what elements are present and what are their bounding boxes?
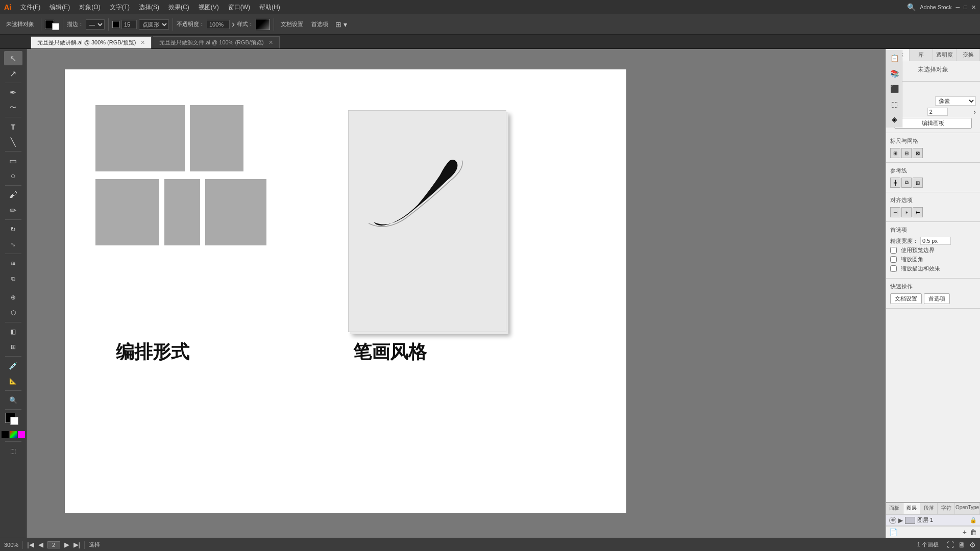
next-page-btn[interactable]: ▶ xyxy=(64,541,69,548)
menu-type[interactable]: 文字(T) xyxy=(106,2,134,13)
menu-file[interactable]: 文件(F) xyxy=(16,2,44,13)
doc-setup-toolbar-btn[interactable]: 文档设置 xyxy=(278,19,306,29)
ruler-icon-1[interactable]: ⊞ xyxy=(890,148,900,158)
fill-none-btn[interactable] xyxy=(2,431,9,438)
stroke-swatch[interactable] xyxy=(10,417,18,425)
menu-select[interactable]: 选择(S) xyxy=(135,2,163,13)
mesh-tool[interactable]: ⊞ xyxy=(4,340,22,354)
properties-panel-icon[interactable]: 📋 xyxy=(887,51,901,65)
library-icon[interactable]: 📚 xyxy=(887,66,901,81)
ref-icon-2[interactable]: ⧉ xyxy=(901,178,912,188)
ellipse-tool[interactable]: ○ xyxy=(4,169,22,183)
artboard-tool[interactable]: ⬚ xyxy=(4,444,22,458)
preview-edges-checkbox[interactable] xyxy=(890,247,897,254)
scale-corners-checkbox[interactable] xyxy=(890,256,897,263)
arrange-icon[interactable]: ⊞ xyxy=(335,20,341,29)
tab-doc2-close[interactable]: ✕ xyxy=(268,39,273,45)
style-preview[interactable] xyxy=(256,19,270,30)
pencil-tool[interactable]: ✏ xyxy=(4,203,22,217)
shape-builder-tool[interactable]: ⊕ xyxy=(4,290,22,305)
bbar-settings-btn[interactable]: ⚙ xyxy=(969,541,976,549)
maximize-btn[interactable]: □ xyxy=(964,4,967,10)
eyedropper-tool[interactable]: 💉 xyxy=(4,359,22,373)
align-icon-3[interactable]: ⊢ xyxy=(913,207,923,217)
symbols-icon[interactable]: ◈ xyxy=(887,112,901,127)
last-page-btn[interactable]: ▶| xyxy=(74,541,80,548)
ltab-layers[interactable]: 图层 xyxy=(903,503,921,514)
layer-lock-icon[interactable]: 🔒 xyxy=(970,517,977,523)
page-number-input[interactable]: 2 xyxy=(47,541,60,548)
no-selection-btn[interactable]: 未选择对象 xyxy=(3,19,37,29)
type-tool[interactable]: T xyxy=(4,119,22,134)
ltab-character[interactable]: 字符 xyxy=(938,503,955,514)
scale-tool[interactable]: ⤡ xyxy=(4,237,22,252)
close-btn[interactable]: ✕ xyxy=(971,4,976,11)
grid-arrow[interactable]: › xyxy=(973,108,976,116)
menu-effect[interactable]: 效果(C) xyxy=(164,2,193,13)
edit-artboard-btn[interactable]: 编辑画板 xyxy=(894,118,971,129)
warp-tool[interactable]: ≋ xyxy=(4,256,22,270)
select-tool[interactable]: ↖ xyxy=(4,51,22,65)
first-page-btn[interactable]: |◀ xyxy=(27,541,34,548)
brush-tool[interactable]: 🖌 xyxy=(4,188,22,202)
delete-layer-btn[interactable]: 🗑 xyxy=(970,528,977,536)
tab-doc1-close[interactable]: ✕ xyxy=(140,39,145,45)
bbar-zoom-fit-btn[interactable]: ⛶ xyxy=(947,541,954,549)
color-swatches[interactable] xyxy=(4,413,22,428)
ref-icon-3[interactable]: ⊞ xyxy=(913,178,923,188)
make-sublayer-btn[interactable]: 📄 xyxy=(889,528,898,536)
color-btn[interactable] xyxy=(10,431,17,438)
tab-doc1[interactable]: 元且是只做讲解.ai @ 300% (RGB/预览) ✕ xyxy=(31,36,152,48)
opacity-arrow-right[interactable]: › xyxy=(232,19,235,30)
precision-input[interactable]: 0.5 px xyxy=(920,237,951,245)
preferences-quick-btn[interactable]: 首选项 xyxy=(924,293,950,304)
curvature-tool[interactable]: 〜 xyxy=(4,101,22,115)
menu-object[interactable]: 对象(O) xyxy=(75,2,104,13)
stroke-color-swatch[interactable] xyxy=(52,23,59,30)
bbar-gpu-btn[interactable]: 🖥 xyxy=(958,541,965,549)
scale-effects-checkbox[interactable] xyxy=(890,265,897,272)
ruler-icon-2[interactable]: ⊟ xyxy=(901,148,912,158)
doc-setup-quick-btn[interactable]: 文档设置 xyxy=(890,293,922,304)
tab-doc2[interactable]: 元且是只做源文件.ai @ 100% (RGB/预览) ✕ xyxy=(153,36,279,48)
pen-tool[interactable]: ✒ xyxy=(4,85,22,99)
rotate-tool[interactable]: ↻ xyxy=(4,222,22,236)
menu-help[interactable]: 帮助(H) xyxy=(255,2,284,13)
brush-shape-select[interactable]: 点圆形 xyxy=(139,19,169,30)
opacity-input[interactable]: 100% xyxy=(207,20,230,29)
align-icon-2[interactable]: ⊦ xyxy=(901,207,912,217)
ltab-opentype[interactable]: OpenType xyxy=(955,503,980,514)
brush-size-input[interactable]: 15 xyxy=(121,20,137,29)
add-layer-btn[interactable]: + xyxy=(963,528,967,536)
ltab-paragraph[interactable]: 段落 xyxy=(920,503,938,514)
perspective-tool[interactable]: ⬡ xyxy=(4,306,22,320)
rtab-transform[interactable]: 变换 xyxy=(957,49,980,61)
search-icon[interactable]: 🔍 xyxy=(907,3,916,11)
menu-view[interactable]: 视图(V) xyxy=(194,2,223,13)
gradient-tool[interactable]: ◧ xyxy=(4,324,22,339)
zoom-tool[interactable]: 🔍 xyxy=(4,393,22,407)
layers-icon[interactable]: ⬛ xyxy=(887,82,901,96)
rect-tool[interactable]: ▭ xyxy=(4,154,22,168)
stroke-style-select[interactable]: — xyxy=(86,19,105,30)
prev-page-btn[interactable]: ◀ xyxy=(38,541,43,548)
menu-edit[interactable]: 编辑(E) xyxy=(45,2,74,13)
grid-input[interactable]: 2 xyxy=(927,108,948,116)
artboards-icon[interactable]: ⬚ xyxy=(887,97,901,111)
align-icon-1[interactable]: ⊣ xyxy=(890,207,900,217)
measure-tool[interactable]: 📐 xyxy=(4,374,22,388)
free-transform-tool[interactable]: ⧉ xyxy=(4,271,22,286)
ruler-icon-3[interactable]: ⊠ xyxy=(913,148,923,158)
arrange-arrow[interactable]: ▾ xyxy=(344,20,347,29)
canvas-area[interactable]: 编排形式 笔画风格 xyxy=(27,49,886,538)
menu-window[interactable]: 窗口(W) xyxy=(224,2,254,13)
ltab-panel[interactable]: 面板 xyxy=(886,503,903,514)
layer-visibility-btn[interactable]: 👁 xyxy=(889,517,896,524)
unit-select[interactable]: 像素 xyxy=(935,96,976,106)
rtab-transparency[interactable]: 透明度 xyxy=(933,49,957,61)
rtab-library[interactable]: 库 xyxy=(910,49,933,61)
minimize-btn[interactable]: ─ xyxy=(956,4,960,10)
line-tool[interactable]: ╲ xyxy=(4,135,22,149)
direct-select-tool[interactable]: ↗ xyxy=(4,66,22,81)
gradient-color-btn[interactable] xyxy=(18,431,25,438)
